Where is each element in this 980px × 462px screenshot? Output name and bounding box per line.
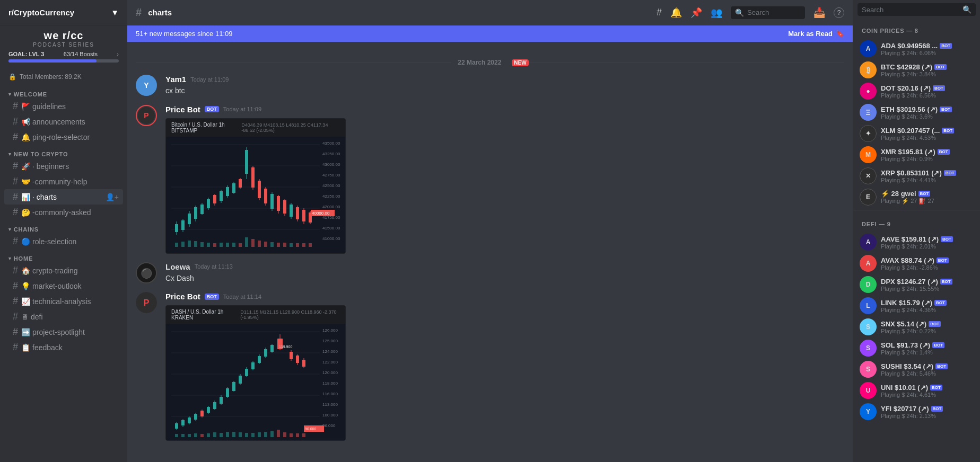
bot-badge-dot: BOT xyxy=(933,85,945,91)
coin-subtext-dpx: Playing $ 24h: 15.55% xyxy=(881,286,974,292)
section-header-welcome[interactable]: ▾ WELCOME xyxy=(0,89,127,99)
add-member-icon[interactable]: 👤+ xyxy=(106,193,119,201)
svg-rect-54 xyxy=(290,205,293,217)
bot-badge-avax: BOT xyxy=(937,257,949,263)
channel-feedback[interactable]: # 📋 feedback xyxy=(4,340,123,355)
channel-name: -commonly-asked xyxy=(32,208,119,217)
svg-rect-145 xyxy=(175,434,178,437)
avatar-pricebot-btc: P xyxy=(136,105,157,126)
svg-rect-129 xyxy=(251,362,255,369)
bot-badge-sol: BOT xyxy=(932,342,944,348)
coin-eth[interactable]: Ξ ETH $3019.56 (↗) BOT Playing $ 24h: 3.… xyxy=(853,102,980,123)
mark-as-read-button[interactable]: Mark as Read 🔖 xyxy=(788,30,844,38)
svg-rect-67 xyxy=(213,243,216,247)
channel-announcements[interactable]: # 📢 announcements xyxy=(4,114,123,129)
main-content: # charts # 🔔 📌 👥 🔍 📥 ? 51+ new messages … xyxy=(127,0,853,462)
chart-subtitle-dash: D111.15 M121.15 L128.900 C118.960 -2.370… xyxy=(240,309,340,320)
channel-search[interactable]: 🔍 xyxy=(731,6,805,19)
time-loewa: Today at 11:13 xyxy=(195,263,233,270)
coin-xmr[interactable]: M XMR $195.81 (↗) BOT Playing $ 24h: 0.9… xyxy=(853,144,980,165)
coin-info-dpx: DPX $1246.27 (↗) BOT Playing $ 24h: 15.5… xyxy=(881,278,974,292)
coin-xrp[interactable]: ✕ XRP $0.853101 (↗) BOT Playing $ 24h: 4… xyxy=(853,165,980,186)
svg-rect-52 xyxy=(283,200,286,214)
svg-rect-63 xyxy=(188,241,191,247)
coin-yfi[interactable]: Y YFI $20717 (↗) BOT Playing $ 24h: 2.13… xyxy=(853,401,980,422)
pin-icon[interactable]: 📌 xyxy=(690,7,702,19)
coin-name-gwei: ⚡ 28 gwei BOT xyxy=(881,190,974,198)
coin-dpx[interactable]: D DPX $1246.27 (↗) BOT Playing $ 24h: 15… xyxy=(853,274,980,295)
coin-snx[interactable]: S SNX $5.14 (↗) BOT Playing $ 24h: 0.22% xyxy=(853,316,980,337)
svg-rect-133 xyxy=(264,349,267,357)
search-input-wrap[interactable]: 🔍 xyxy=(858,3,976,16)
coin-uni[interactable]: U UNI $10.01 (↗) BOT Playing $ 24h: 4.61… xyxy=(853,380,980,401)
messages-area[interactable]: 22 March 2022 NEW Y Yam1 Today at 11:09 … xyxy=(127,42,853,462)
svg-rect-151 xyxy=(213,432,216,437)
svg-rect-157 xyxy=(251,433,255,437)
right-panel-search[interactable]: 🔍 xyxy=(853,0,980,19)
bot-badge-xrp: BOT xyxy=(944,170,956,176)
inbox-icon[interactable]: 📥 xyxy=(813,7,825,19)
svg-rect-64 xyxy=(194,241,197,247)
hash-header-icon[interactable]: # xyxy=(657,7,662,18)
channel-project-spotlight[interactable]: # ➡️ project-spotlight xyxy=(4,324,123,340)
channel-defi[interactable]: # 🖥 defi xyxy=(4,309,123,324)
coin-avatar-btc: ₿ xyxy=(860,61,877,78)
coin-xlm[interactable]: ✦ XLM $0.207457 (... BOT Playing $ 24h: … xyxy=(853,123,980,144)
channel-crypto-trading[interactable]: # 🏠 crypto-trading xyxy=(4,263,123,278)
notification-icon[interactable]: 🔔 xyxy=(670,7,682,19)
search-input-right[interactable] xyxy=(862,6,959,14)
svg-text:42000.00: 42000.00 xyxy=(322,205,340,209)
coin-avatar-dot: ● xyxy=(860,83,877,100)
section-header-new-to-crypto[interactable]: ▾ NEW TO CRYPTO xyxy=(0,149,127,158)
channel-guidelines[interactable]: # 🚩 guidelines xyxy=(4,99,123,114)
channel-beginners[interactable]: # 🚀 · beginners xyxy=(4,158,123,174)
channel-role-selection[interactable]: # 🔵 role-selection xyxy=(4,234,123,249)
section-arrow: ▾ xyxy=(8,227,12,232)
section-chains: ▾ CHAINS # 🔵 role-selection xyxy=(0,224,127,249)
server-header[interactable]: r/CryptoCurrency ▼ xyxy=(0,0,127,25)
hash-icon: # xyxy=(13,101,18,112)
coin-ada[interactable]: A ADA $0.949568 ... BOT Playing $ 24h: 6… xyxy=(853,38,980,59)
svg-text:41500.00: 41500.00 xyxy=(322,226,340,230)
svg-rect-158 xyxy=(258,432,261,437)
svg-rect-74 xyxy=(258,241,261,247)
coin-sol[interactable]: S SOL $91.73 (↗) BOT Playing $ 24h: 1.4% xyxy=(853,337,980,359)
server-name: r/CryptoCurrency xyxy=(8,8,74,17)
channel-community-help[interactable]: # 🤝 -community-help xyxy=(4,174,123,189)
coin-gwei[interactable]: E ⚡ 28 gwei BOT Playing ⚡ 27 ⛽ 27 xyxy=(853,186,980,208)
hash-icon: # xyxy=(13,311,18,322)
section-label-home: HOME xyxy=(14,255,33,262)
hash-icon: # xyxy=(13,326,18,337)
coin-avax[interactable]: A AVAX $88.74 (↗) BOT Playing $ 24h: -2.… xyxy=(853,253,980,274)
section-header-chains[interactable]: ▾ CHAINS xyxy=(0,224,127,234)
coin-dot[interactable]: ● DOT $20.16 (↗) BOT Playing $ 24h: 6.56… xyxy=(853,81,980,102)
channel-market-outlook[interactable]: # 💡 market-outlook xyxy=(4,278,123,294)
bot-badge-xlm: BOT xyxy=(942,128,954,134)
message-pricebot-dash: P Price Bot BOT Today at 11:14 DASH / U.… xyxy=(136,292,844,441)
coin-info-dot: DOT $20.16 (↗) BOT Playing $ 24h: 6.56% xyxy=(881,84,974,99)
channel-ping-role-selector[interactable]: # 🔔 ping-role-selector xyxy=(4,129,123,145)
section-header-home[interactable]: ▾ HOME xyxy=(0,253,127,263)
bookmark-icon: 🔖 xyxy=(836,30,844,38)
coin-sushi[interactable]: S SUSHI $3.54 (↗) BOT Playing $ 24h: 5.4… xyxy=(853,359,980,380)
coin-avatar-snx: S xyxy=(860,318,877,335)
help-icon[interactable]: ? xyxy=(834,7,844,18)
channel-name: defi xyxy=(31,313,119,321)
svg-rect-26 xyxy=(200,205,204,214)
boost-count: 63/14 Boosts xyxy=(64,51,98,57)
channel-charts[interactable]: # 📊 · charts 👤+ xyxy=(4,189,123,205)
search-icon: 🔍 xyxy=(735,8,744,17)
time-pricebot-dash: Today at 11:14 xyxy=(223,294,261,300)
svg-text:119.900: 119.900 xyxy=(279,345,292,349)
channel-name: market-outlook xyxy=(32,282,119,290)
channel-technical-analysis[interactable]: # 📈 technical-analysis xyxy=(4,294,123,309)
hash-icon: # xyxy=(13,131,18,143)
date-text: 22 March 2022 xyxy=(451,59,508,66)
members-icon[interactable]: 👥 xyxy=(711,7,722,19)
hash-icon: # xyxy=(13,207,18,218)
channel-commonly-asked[interactable]: # 🤔 -commonly-asked xyxy=(4,205,123,220)
coin-link[interactable]: L LINK $15.79 (↗) BOT Playing $ 24h: 4.3… xyxy=(853,295,980,316)
coin-btc[interactable]: ₿ BTC $42928 (↗) BOT Playing $ 24h: 3.84… xyxy=(853,59,980,81)
defi-list: A AAVE $159.81 (↗) BOT Playing $ 24h: 2.… xyxy=(853,232,980,422)
coin-aave[interactable]: A AAVE $159.81 (↗) BOT Playing $ 24h: 2.… xyxy=(853,232,980,253)
